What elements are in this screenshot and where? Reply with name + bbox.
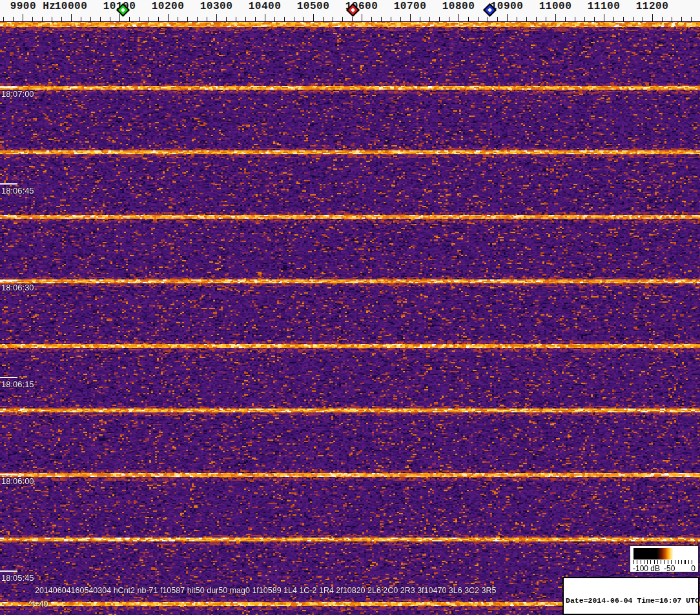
- freq-minor-tick: [439, 17, 440, 21]
- time-label: 18:07:00: [1, 89, 34, 99]
- freq-minor-tick: [61, 17, 62, 21]
- freq-minor-tick: [42, 17, 43, 21]
- freq-minor-tick: [681, 17, 682, 21]
- time-tick: [0, 474, 17, 475]
- freq-minor-tick: [129, 17, 130, 21]
- colorbar-min-label: -100 dB: [633, 564, 660, 573]
- freq-minor-tick: [633, 17, 633, 21]
- freq-minor-tick: [691, 17, 692, 21]
- freq-major-tick: [216, 14, 217, 21]
- freq-minor-tick: [662, 17, 663, 21]
- freq-minor-tick: [197, 17, 198, 21]
- colorbar-gradient: [633, 548, 695, 560]
- freq-minor-tick: [304, 17, 304, 21]
- freq-minor-tick: [594, 17, 595, 21]
- freq-minor-tick: [100, 17, 101, 21]
- freq-minor-tick: [565, 17, 566, 21]
- freq-major-tick: [362, 14, 362, 21]
- freq-major-tick: [652, 14, 653, 21]
- freq-minor-tick: [449, 17, 449, 21]
- freq-minor-tick: [13, 17, 14, 21]
- colorbar-labels: -100 dB -50 0: [630, 564, 698, 572]
- freq-minor-tick: [158, 17, 159, 21]
- freq-minor-tick: [672, 17, 672, 21]
- time-label: 18:06:15: [1, 379, 34, 389]
- freq-major-tick: [604, 14, 604, 21]
- freq-minor-tick: [323, 17, 324, 21]
- freq-minor-tick: [526, 17, 527, 21]
- freq-major-tick: [71, 14, 72, 21]
- colorbar-mid-label: -50: [664, 564, 675, 573]
- time-offset-label: ^t+40: [28, 600, 48, 609]
- time-label: 18:06:00: [1, 476, 34, 486]
- freq-minor-tick: [536, 17, 537, 21]
- freq-minor-tick: [294, 17, 294, 21]
- freq-minor-tick: [207, 17, 207, 21]
- freq-minor-tick: [3, 17, 4, 21]
- freq-major-tick: [458, 14, 459, 21]
- freq-minor-tick: [623, 17, 624, 21]
- freq-minor-tick: [420, 17, 420, 21]
- time-label: 18:05:45: [1, 573, 34, 583]
- time-label: 18:06:45: [1, 186, 34, 196]
- time-tick: [0, 280, 17, 281]
- freq-minor-tick: [497, 17, 498, 21]
- time-tick: [0, 570, 17, 572]
- hit-info-text: 20140604160540304 hCnt2 nb-71 f10587 hit…: [35, 586, 496, 595]
- freq-minor-tick: [381, 17, 382, 21]
- freq-minor-tick: [575, 17, 575, 21]
- freq-minor-tick: [352, 17, 353, 21]
- freq-minor-tick: [187, 17, 188, 21]
- freq-minor-tick: [517, 17, 517, 21]
- freq-minor-tick: [584, 17, 585, 21]
- time-label: 18:06:30: [1, 283, 34, 292]
- observation-info-box: Date=2014-06-04 Time=16:07 UTC Freq=143 …: [562, 577, 699, 615]
- freq-major-tick: [507, 14, 508, 21]
- freq-minor-tick: [643, 17, 643, 21]
- freq-minor-tick: [236, 17, 236, 21]
- freq-minor-tick: [52, 17, 52, 21]
- freq-minor-tick: [478, 17, 479, 21]
- freq-major-tick: [23, 14, 23, 21]
- time-tick: [0, 377, 17, 378]
- freq-minor-tick: [488, 17, 488, 21]
- freq-minor-tick: [32, 17, 33, 21]
- freq-major-tick: [168, 14, 169, 21]
- spectrogram-canvas: [0, 0, 700, 615]
- freq-minor-tick: [371, 17, 372, 21]
- freq-axis-label: 11200: [623, 1, 681, 12]
- freq-minor-tick: [149, 17, 149, 21]
- freq-minor-tick: [274, 17, 275, 21]
- freq-minor-tick: [546, 17, 546, 21]
- colorbar-legend: -100 dB -50 0: [630, 545, 699, 572]
- freq-major-tick: [119, 14, 120, 21]
- freq-minor-tick: [400, 17, 401, 21]
- freq-minor-tick: [110, 17, 110, 21]
- freq-minor-tick: [468, 17, 469, 21]
- freq-major-tick: [555, 14, 556, 21]
- info-line-date-time: Date=2014-06-04 Time=16:07 UTC: [566, 596, 696, 605]
- freq-minor-tick: [81, 17, 81, 21]
- colorbar-max-label: 0: [691, 564, 695, 573]
- frequency-axis: 9900 Hz100001010010200103001040010500106…: [0, 0, 700, 22]
- freq-major-tick: [265, 14, 265, 21]
- freq-major-tick: [313, 14, 314, 21]
- freq-minor-tick: [255, 17, 256, 21]
- time-tick: [0, 183, 17, 185]
- freq-minor-tick: [342, 17, 343, 21]
- freq-minor-tick: [333, 17, 333, 21]
- freq-minor-tick: [245, 17, 246, 21]
- freq-major-tick: [410, 14, 411, 21]
- time-tick: [0, 86, 17, 88]
- freq-minor-tick: [391, 17, 391, 21]
- spectrogram-app-window: 9900 Hz100001010010200103001040010500106…: [0, 0, 700, 615]
- freq-minor-tick: [613, 17, 614, 21]
- freq-minor-tick: [178, 17, 178, 21]
- freq-minor-tick: [90, 17, 91, 21]
- freq-minor-tick: [226, 17, 227, 21]
- freq-minor-tick: [284, 17, 285, 21]
- freq-minor-tick: [139, 17, 139, 21]
- freq-minor-tick: [429, 17, 430, 21]
